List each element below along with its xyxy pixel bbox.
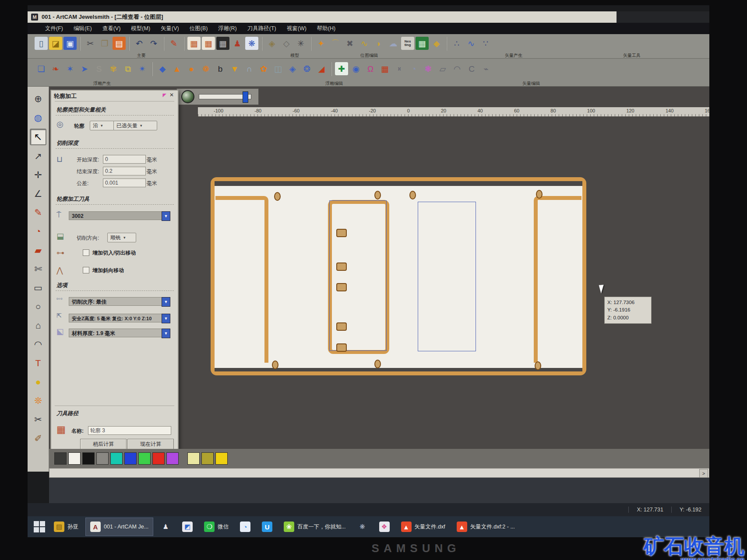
menu-edit[interactable]: 编辑(E): [69, 24, 96, 34]
edit-notes-icon[interactable]: ✎: [167, 37, 180, 50]
menu-window[interactable]: 视窗(W): [282, 24, 311, 34]
arc-shape-icon[interactable]: ◠: [451, 62, 464, 75]
dropdown-button[interactable]: ▼: [162, 314, 170, 323]
dropdown-button[interactable]: ▼: [162, 297, 170, 307]
taskbar-wechat[interactable]: ❍ 微信: [200, 518, 233, 536]
red-wedge-icon[interactable]: ◢: [315, 62, 328, 75]
cut-order-bar[interactable]: 切削次序: 最佳 ▼: [69, 297, 170, 306]
taskbar-dxf-1[interactable]: ▲ 矢量文件.dxf: [397, 518, 450, 536]
panel-drawing-sheet[interactable]: [211, 177, 586, 375]
plug-icon[interactable]: ⌁: [479, 62, 493, 75]
vector-source-select[interactable]: 已选矢量 ▾: [113, 121, 157, 130]
blue-gem-icon[interactable]: ◈: [286, 62, 299, 75]
menu-toolpath[interactable]: 刀具路径(T): [243, 24, 281, 34]
measure-tool-icon[interactable]: ∠: [30, 186, 46, 202]
pillar-icon[interactable]: ◫: [271, 62, 285, 75]
save-icon[interactable]: ▣: [63, 37, 77, 50]
wave-yellow-icon[interactable]: ∿: [358, 37, 371, 50]
knot-icon[interactable]: ✾: [107, 62, 120, 75]
pin-hole[interactable]: [274, 192, 281, 201]
padlock-icon[interactable]: ∩: [243, 62, 256, 75]
arc-tool-icon[interactable]: ◠: [30, 336, 46, 352]
blue-star-icon[interactable]: ✶: [63, 62, 77, 75]
dropdown-button[interactable]: ▼: [162, 211, 170, 221]
palette-swatch[interactable]: [166, 452, 179, 465]
cut-direction-select[interactable]: 顺铣 ▾: [107, 233, 136, 242]
blue-vase-icon[interactable]: ◉: [349, 62, 363, 75]
palette-swatch[interactable]: [124, 452, 137, 465]
star-fold-icon[interactable]: ✴: [136, 62, 149, 75]
copy-icon[interactable]: ❐: [98, 37, 111, 50]
menu-view[interactable]: 查看(V): [98, 24, 125, 34]
blue-fold-icon[interactable]: ➤: [78, 62, 91, 75]
ramp-checkbox[interactable]: [83, 267, 89, 273]
ellipse-tool-icon[interactable]: ○: [30, 299, 46, 315]
undo-icon[interactable]: ↶: [133, 37, 146, 50]
palette-swatch[interactable]: [54, 452, 67, 465]
taskbar-dxf-2[interactable]: ▲ 矢量文件.dxf:2 - ...: [452, 518, 519, 536]
menu-vector[interactable]: 矢量(V): [156, 24, 183, 34]
rectangle-tool-icon[interactable]: ▭: [30, 280, 46, 296]
select-arrow-tool-icon[interactable]: ↖: [30, 129, 46, 145]
polygon-tool-icon[interactable]: ⌂: [30, 318, 46, 333]
pin-hole[interactable]: [409, 191, 416, 200]
open-folder-icon[interactable]: ◪: [49, 37, 62, 50]
vector-bracket-left[interactable]: [215, 196, 268, 363]
knife-tool-icon[interactable]: ✐: [30, 430, 46, 446]
zoom-tool-icon[interactable]: ⊕: [30, 91, 46, 107]
globe-star-icon[interactable]: ❂: [300, 62, 314, 75]
rotate-pair-icon[interactable]: ◈: [265, 37, 278, 50]
grid-green-icon[interactable]: ▦: [416, 37, 429, 50]
pin-hole[interactable]: [535, 361, 541, 370]
redo-icon[interactable]: ↷: [147, 37, 160, 50]
palette-swatch[interactable]: [201, 452, 214, 465]
bell-icon[interactable]: ◔: [407, 62, 420, 75]
pin-hole[interactable]: [374, 191, 381, 200]
slot-hole[interactable]: [336, 322, 347, 331]
new-file-icon[interactable]: ▯: [35, 37, 48, 50]
pin-hole[interactable]: [536, 190, 543, 199]
leadin-checkbox[interactable]: [83, 249, 89, 256]
menu-relief[interactable]: 浮雕(R): [214, 24, 241, 34]
transform-tool-icon[interactable]: ✛: [30, 167, 46, 183]
figure-red-icon[interactable]: ♟: [231, 37, 244, 50]
panel-pin-icon[interactable]: ◤: [163, 92, 166, 98]
model-dark-icon[interactable]: ▦: [216, 37, 229, 50]
pin-hole[interactable]: [272, 360, 278, 369]
dots-pattern-icon[interactable]: ∴: [450, 37, 463, 50]
taskbar-baidu-search[interactable]: ❀ 百度一下，你就知...: [279, 518, 350, 536]
burst-orange-icon[interactable]: ❁: [199, 62, 212, 75]
scissors-tool-icon[interactable]: ✂: [30, 412, 46, 427]
red-leaf-icon[interactable]: ❧: [49, 62, 62, 75]
cloud-icon[interactable]: ☁: [387, 37, 400, 50]
selected-vector-rect-b[interactable]: [418, 202, 476, 351]
snowflake-icon[interactable]: ❋: [245, 37, 258, 50]
cut-icon[interactable]: ✂: [84, 37, 97, 50]
layers-icon[interactable]: ⧉: [121, 62, 134, 75]
menu-model[interactable]: 模型(M): [127, 24, 155, 34]
wave-blue-icon[interactable]: ∿: [465, 37, 478, 50]
palette-swatch[interactable]: [152, 452, 165, 465]
text-tool-icon[interactable]: T: [30, 355, 46, 371]
axes-icon[interactable]: ✳: [294, 37, 307, 50]
taskbar-color-circles-icon[interactable]: ❖: [375, 518, 394, 536]
calculate-later-button[interactable]: 稍后计算: [80, 439, 127, 449]
palette-swatch[interactable]: [215, 452, 228, 465]
pencil-tool-icon[interactable]: ✎: [30, 205, 46, 220]
gear-orange-icon[interactable]: ✿: [257, 62, 270, 75]
palette-swatch[interactable]: [138, 452, 151, 465]
taskbar-folder-sunya[interactable]: ▨ 孙亚: [49, 518, 83, 536]
paste-icon[interactable]: ▤: [113, 37, 126, 50]
nesting-icon[interactable]: Nes ting: [401, 37, 414, 50]
star-orange-icon[interactable]: ✦: [314, 37, 328, 50]
model-thumb-2-icon[interactable]: ▦: [202, 37, 215, 50]
globe-icon[interactable]: [181, 90, 194, 103]
blue-diamond-icon[interactable]: ◆: [156, 62, 169, 75]
close-icon[interactable]: ✕: [168, 92, 175, 98]
start-depth-input[interactable]: [103, 155, 146, 164]
taskbar-atom-icon[interactable]: ❋: [353, 518, 372, 536]
vector-select-tool-icon[interactable]: ✄: [30, 261, 46, 277]
taskbar-paint-app-icon[interactable]: ◩: [178, 518, 197, 536]
pin-orange-icon[interactable]: ▼: [228, 62, 241, 75]
spray-tool-icon[interactable]: ❊: [30, 393, 46, 409]
